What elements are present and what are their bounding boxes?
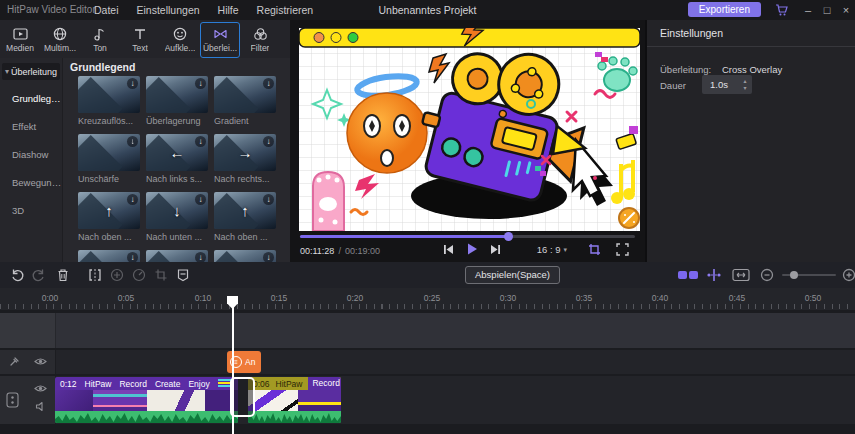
tool-ueberleitung[interactable]: Überlei... bbox=[200, 22, 240, 58]
sidebar-item-diashow[interactable]: Diashow bbox=[0, 141, 62, 169]
split-icon[interactable] bbox=[88, 268, 102, 282]
next-frame-icon[interactable] bbox=[489, 243, 502, 256]
transition-item[interactable]: ↓ Gradient bbox=[214, 76, 276, 126]
transition-thumbnail[interactable]: ↓ bbox=[78, 134, 140, 171]
transition-item[interactable]: ↓↓ Nach unten ... bbox=[146, 192, 208, 242]
visibility-eye-icon[interactable] bbox=[34, 383, 47, 394]
visibility-eye-icon[interactable] bbox=[34, 356, 47, 367]
track-view-icon[interactable] bbox=[678, 271, 698, 279]
transition-item[interactable]: →↓ Nach rechts... bbox=[214, 134, 276, 184]
add-icon[interactable] bbox=[110, 268, 124, 282]
tools-row: Medien Multim... Ton Text Aufkle... Über… bbox=[0, 20, 290, 58]
play-tooltip[interactable]: Abspielen(Space) bbox=[465, 266, 560, 284]
transition-thumbnail[interactable]: ↑↓ bbox=[78, 192, 140, 229]
transition-item[interactable]: ↓↓ bbox=[78, 250, 140, 262]
timeline-ruler[interactable]: 0:00 0:05 0:10 0:15 0:20 0:25 0:30 0:35 … bbox=[0, 288, 855, 310]
transition-item[interactable]: →↓ bbox=[214, 250, 276, 262]
marker-icon[interactable] bbox=[176, 268, 190, 282]
duration-stepper[interactable]: 1.0s ▴ ▾ bbox=[702, 75, 752, 94]
tool-text[interactable]: Text bbox=[120, 22, 160, 58]
transition-thumbnail[interactable]: ↓ bbox=[214, 76, 276, 113]
download-icon[interactable]: ↓ bbox=[195, 78, 206, 89]
transition-thumbnail[interactable]: ↔↓ bbox=[146, 250, 208, 262]
tool-aufkleber[interactable]: Aufkle... bbox=[160, 22, 200, 58]
minimize-button[interactable]: – bbox=[799, 0, 817, 20]
sidebar-item-effekt[interactable]: Effekt bbox=[0, 113, 62, 141]
download-icon[interactable]: ↓ bbox=[127, 252, 138, 262]
transition-thumbnail[interactable]: ↓↓ bbox=[78, 250, 140, 262]
clip-word: HitPaw bbox=[276, 379, 303, 389]
zoom-slider[interactable] bbox=[782, 274, 836, 276]
clip-word: Enjoy bbox=[188, 379, 209, 389]
crop-icon[interactable] bbox=[588, 243, 601, 256]
tool-ton[interactable]: Ton bbox=[80, 22, 120, 58]
mute-speaker-icon[interactable] bbox=[35, 401, 46, 412]
tool-filter[interactable]: Filter bbox=[240, 22, 280, 58]
transition-thumbnail[interactable]: →↓ bbox=[214, 134, 276, 171]
transition-thumbnail[interactable]: ↓ bbox=[78, 76, 140, 113]
download-icon[interactable]: ↓ bbox=[127, 194, 138, 205]
sidebar-item-grundlegend[interactable]: Grundlege... bbox=[0, 85, 62, 113]
download-icon[interactable]: ↓ bbox=[263, 78, 274, 89]
download-icon[interactable]: ↓ bbox=[263, 136, 274, 147]
transition-thumbnail[interactable]: →↓ bbox=[214, 250, 276, 262]
undo-icon[interactable] bbox=[10, 268, 24, 282]
aspect-ratio-value: 16 : 9 bbox=[537, 244, 561, 255]
maximize-button[interactable]: □ bbox=[818, 0, 836, 20]
transition-item[interactable]: ↔↓ bbox=[146, 250, 208, 262]
transition-thumbnail[interactable]: ↑↓ bbox=[214, 192, 276, 229]
download-icon[interactable]: ↓ bbox=[195, 252, 206, 262]
aspect-ratio-selector[interactable]: 16 : 9 ▾ bbox=[537, 244, 567, 255]
tool-medien[interactable]: Medien bbox=[0, 22, 40, 58]
transition-item[interactable]: ↓ Kreuzauflös... bbox=[78, 76, 140, 126]
seek-handle[interactable] bbox=[504, 232, 513, 241]
video-clip-2[interactable]: 0:06 HitPaw Record bbox=[248, 377, 341, 423]
zoom-slider-handle[interactable] bbox=[790, 271, 798, 279]
stepper-down-icon[interactable]: ▾ bbox=[743, 85, 746, 92]
download-icon[interactable]: ↓ bbox=[127, 136, 138, 147]
video-track[interactable]: 0:12 HitPaw Record Create Enjoy bbox=[0, 376, 855, 424]
export-button[interactable]: Exportieren bbox=[688, 2, 761, 17]
close-button[interactable]: × bbox=[837, 0, 855, 20]
zoom-out-icon[interactable] bbox=[760, 268, 774, 282]
sidebar-item-bewegung[interactable]: Bewegung... bbox=[0, 169, 62, 197]
download-icon[interactable]: ↓ bbox=[127, 78, 138, 89]
video-clip-1[interactable]: 0:12 HitPaw Record Create Enjoy bbox=[55, 377, 238, 423]
stepper-up-icon[interactable]: ▴ bbox=[743, 78, 746, 85]
sidebar-section-ueberleitung[interactable]: ▾ Überleitung bbox=[2, 63, 60, 80]
empty-track-lane[interactable] bbox=[0, 313, 855, 348]
tool-multimedia[interactable]: Multim... bbox=[40, 22, 80, 58]
previous-frame-icon[interactable] bbox=[442, 243, 455, 256]
redo-icon[interactable] bbox=[32, 268, 46, 282]
ruler-label: 0:05 bbox=[118, 293, 135, 303]
preview-canvas[interactable] bbox=[299, 28, 640, 231]
download-icon[interactable]: ↓ bbox=[195, 136, 206, 147]
seek-bar[interactable] bbox=[300, 235, 635, 238]
delete-icon[interactable] bbox=[56, 268, 70, 282]
transition-thumbnail[interactable]: ↓ bbox=[146, 76, 208, 113]
pin-icon[interactable] bbox=[9, 356, 20, 367]
crop-tool-icon[interactable] bbox=[154, 268, 168, 282]
cart-icon[interactable] bbox=[775, 3, 789, 17]
download-icon[interactable]: ↓ bbox=[195, 194, 206, 205]
transition-thumbnail[interactable]: ←↓ bbox=[146, 134, 208, 171]
download-icon[interactable]: ↓ bbox=[263, 194, 274, 205]
transition-item[interactable]: ↓ Überlagerung bbox=[146, 76, 208, 126]
zoom-in-icon[interactable] bbox=[842, 268, 855, 282]
fullscreen-icon[interactable] bbox=[616, 243, 629, 256]
transition-item[interactable]: ←↓ Nach links s... bbox=[146, 134, 208, 184]
download-icon[interactable]: ↓ bbox=[263, 252, 274, 262]
speed-icon[interactable] bbox=[132, 268, 146, 282]
transition-item[interactable]: ↑↓ Nach oben ... bbox=[78, 192, 140, 242]
stepper-arrows[interactable]: ▴ ▾ bbox=[738, 78, 752, 92]
sidebar-item-3d[interactable]: 3D bbox=[0, 197, 62, 225]
transition-item[interactable]: ↓ Unschärfe bbox=[78, 134, 140, 184]
transition-item[interactable]: ↑↓ Nach oben ... bbox=[214, 192, 276, 242]
sticker-track[interactable]: ≡ An bbox=[0, 350, 855, 374]
transition-thumbnail[interactable]: ↓↓ bbox=[146, 192, 208, 229]
play-icon[interactable] bbox=[465, 242, 479, 256]
playhead-line[interactable] bbox=[232, 300, 234, 434]
auto-ripple-icon[interactable] bbox=[706, 268, 722, 282]
track-handle-icon[interactable] bbox=[6, 392, 19, 408]
fit-timeline-icon[interactable] bbox=[732, 268, 750, 282]
